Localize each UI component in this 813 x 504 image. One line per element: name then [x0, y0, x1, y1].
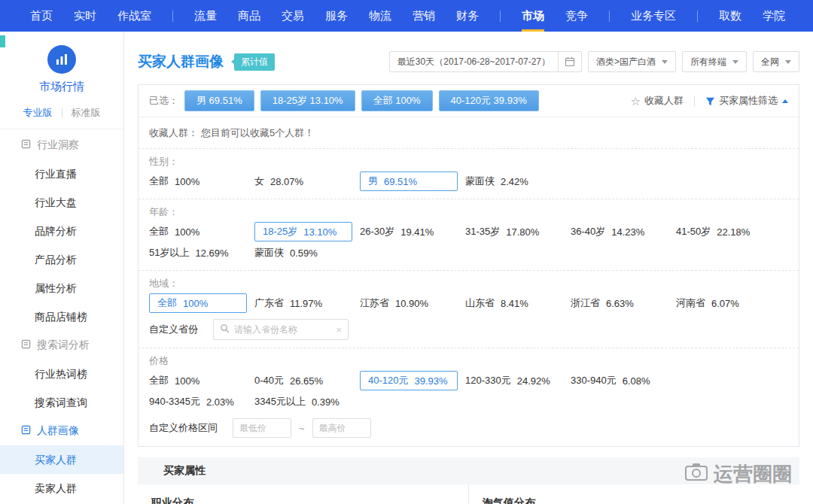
- nav-item-realtime[interactable]: 实时: [74, 0, 96, 32]
- nav-divider: [609, 11, 610, 22]
- category-select[interactable]: 酒类>国产白酒: [588, 51, 676, 72]
- min-price-input[interactable]: [239, 423, 285, 433]
- nav-item-data-extract[interactable]: 取数: [719, 0, 741, 32]
- funnel-icon: [705, 96, 715, 106]
- chevron-up-icon[interactable]: [782, 99, 788, 103]
- chip-age-18-25[interactable]: 18-25岁 13.10%: [260, 90, 355, 111]
- price-option-all[interactable]: 全部100%: [149, 374, 247, 387]
- gender-option-masked[interactable]: 蒙面侠2.42%: [465, 175, 563, 188]
- region-option-guangdong[interactable]: 广东省11.97%: [254, 296, 352, 310]
- region-option-jiangsu[interactable]: 江苏省10.90%: [360, 296, 458, 310]
- sidebar-group-label: 搜索词分析: [37, 339, 90, 352]
- tab-divider: [62, 108, 62, 117]
- search-icon: [220, 323, 230, 335]
- price-filter-section: 价格 全部100% 0-40元26.65% 40-120元39.93% 120-…: [139, 348, 799, 446]
- age-option-51-plus[interactable]: 51岁以上12.69%: [149, 246, 247, 260]
- region-option-henan[interactable]: 河南省6.07%: [676, 296, 774, 310]
- sidebar-group-crowd-portrait[interactable]: 人群画像: [0, 417, 123, 445]
- age-options-row-2: 51岁以上12.69% 蒙面侠0.59%: [149, 243, 788, 263]
- gender-option-male[interactable]: 男69.51%: [360, 172, 458, 191]
- price-option-3345-plus[interactable]: 3345元以上0.39%: [254, 395, 352, 408]
- attr-filter-toggle[interactable]: 买家属性筛选: [719, 94, 778, 108]
- nav-item-finance[interactable]: 财务: [456, 0, 479, 32]
- sidebar-item-product-analysis[interactable]: 产品分析: [0, 245, 123, 274]
- age-option-41-50[interactable]: 41-50岁22.18%: [676, 225, 774, 238]
- price-option-120-330[interactable]: 120-330元24.92%: [465, 374, 563, 387]
- gender-options-row: 全部100% 女28.07% 男69.51% 蒙面侠2.42%: [149, 172, 788, 191]
- nav-item-product[interactable]: 商品: [238, 0, 260, 32]
- price-options-row-1: 全部100% 0-40元26.65% 40-120元39.93% 120-330…: [149, 371, 788, 390]
- gender-option-all[interactable]: 全部100%: [149, 175, 247, 188]
- nav-item-logistics[interactable]: 物流: [369, 0, 391, 32]
- sidebar-item-industry-market[interactable]: 行业大盘: [0, 188, 123, 217]
- nav-item-business-zone[interactable]: 业务专区: [631, 0, 676, 32]
- province-search-input[interactable]: [234, 324, 331, 335]
- scope-select[interactable]: 全网: [753, 51, 799, 72]
- favorite-notice-label: 收藏人群：: [149, 126, 198, 140]
- calendar-icon[interactable]: [558, 52, 581, 71]
- chevron-down-icon: [662, 60, 668, 64]
- buyer-attributes-header: 买家属性: [138, 457, 799, 484]
- age-option-36-40[interactable]: 36-40岁14.23%: [571, 225, 668, 238]
- nav-item-war-room[interactable]: 作战室: [117, 0, 151, 32]
- gender-option-female[interactable]: 女28.07%: [254, 175, 352, 188]
- favorite-notice: 收藏人群： 您目前可以收藏5个人群！: [139, 117, 799, 148]
- cumulative-badge: 累计值: [234, 53, 275, 71]
- gender-label: 性别：: [149, 155, 788, 167]
- nav-item-academy[interactable]: 学院: [763, 0, 785, 32]
- sidebar-item-product-shop-rank[interactable]: 商品店铺榜: [0, 302, 123, 331]
- document-icon: [21, 339, 31, 351]
- age-option-31-35[interactable]: 31-35岁17.80%: [465, 225, 563, 238]
- chip-price-40-120[interactable]: 40-120元 39.93%: [439, 90, 539, 111]
- price-option-0-40[interactable]: 0-40元26.65%: [254, 374, 352, 387]
- sidebar-item-search-query[interactable]: 搜索词查询: [0, 388, 123, 417]
- nav-item-market[interactable]: 市场: [522, 0, 544, 32]
- favorite-crowd-button[interactable]: 收藏人群: [644, 94, 684, 108]
- max-price-input[interactable]: [319, 423, 364, 433]
- document-icon: [21, 425, 31, 437]
- sidebar-item-brand-analysis[interactable]: 品牌分析: [0, 217, 123, 245]
- sidebar-collapse-handle[interactable]: [0, 35, 5, 47]
- nav-item-service[interactable]: 服务: [325, 0, 348, 32]
- region-option-all[interactable]: 全部100%: [149, 293, 247, 313]
- sidebar-item-seller-crowd[interactable]: 卖家人群: [0, 474, 123, 502]
- sidebar-group-industry-insight[interactable]: 行业洞察: [0, 131, 123, 159]
- sidebar-item-buyer-crowd[interactable]: 买家人群: [0, 445, 123, 474]
- age-option-masked[interactable]: 蒙面侠0.59%: [254, 246, 352, 260]
- age-option-all[interactable]: 全部100%: [149, 225, 247, 238]
- date-range-picker[interactable]: 最近30天（2017-06-28~2017-07-27）: [389, 51, 582, 72]
- price-option-40-120[interactable]: 40-120元39.93%: [360, 371, 458, 390]
- clear-icon[interactable]: ×: [336, 325, 342, 335]
- sidebar-item-industry-hot-words[interactable]: 行业热词榜: [0, 360, 123, 388]
- nav-item-marketing[interactable]: 营销: [413, 0, 435, 32]
- chevron-down-icon: [732, 60, 738, 64]
- terminal-select[interactable]: 所有终端: [682, 51, 747, 72]
- price-option-330-940[interactable]: 330-940元6.08%: [571, 374, 668, 387]
- chip-gender-male[interactable]: 男 69.51%: [184, 90, 254, 111]
- sidebar-group-search-analysis[interactable]: 搜索词分析: [0, 331, 123, 360]
- sidebar: 市场行情 专业版 标准版 行业洞察 行业直播 行业大盘 品牌分析 产品分析 属性…: [0, 32, 124, 504]
- nav-item-trade[interactable]: 交易: [282, 0, 304, 32]
- age-option-26-30[interactable]: 26-30岁19.41%: [360, 225, 458, 238]
- page-header: 买家人群画像 累计值 最近30天（2017-06-28~2017-07-27） …: [138, 32, 799, 72]
- nav-item-home[interactable]: 首页: [30, 0, 53, 32]
- header-controls: 最近30天（2017-06-28~2017-07-27） 酒类>国产白酒 所有终…: [389, 51, 799, 72]
- distribution-row: 职业分布 淘气值分布: [138, 484, 799, 504]
- selected-filters-bar: 已选： 男 69.51% 18-25岁 13.10% 全部 100% 40-12…: [139, 85, 799, 117]
- chip-region-all[interactable]: 全部 100%: [361, 90, 433, 111]
- sidebar-item-industry-live[interactable]: 行业直播: [0, 159, 123, 188]
- region-option-zhejiang[interactable]: 浙江省6.63%: [571, 296, 668, 310]
- market-chart-icon: [47, 45, 76, 74]
- chevron-down-icon: [785, 60, 791, 64]
- sidebar-title: 市场行情: [0, 80, 123, 94]
- sidebar-item-attribute-analysis[interactable]: 属性分析: [0, 274, 123, 302]
- nav-item-competition[interactable]: 竞争: [565, 0, 588, 32]
- app-root: 首页 实时 作战室 流量 商品 交易 服务 物流 营销 财务 市场 竞争 业务专…: [0, 0, 813, 504]
- region-option-shandong[interactable]: 山东省8.41%: [465, 296, 563, 310]
- nav-item-traffic[interactable]: 流量: [194, 0, 217, 32]
- age-option-18-25[interactable]: 18-25岁13.10%: [254, 222, 352, 241]
- price-option-940-3345[interactable]: 940-3345元2.03%: [149, 395, 247, 408]
- tab-standard[interactable]: 标准版: [72, 106, 101, 120]
- gender-filter-section: 性别： 全部100% 女28.07% 男69.51% 蒙面侠2.42%: [139, 148, 799, 199]
- tab-professional[interactable]: 专业版: [23, 106, 53, 120]
